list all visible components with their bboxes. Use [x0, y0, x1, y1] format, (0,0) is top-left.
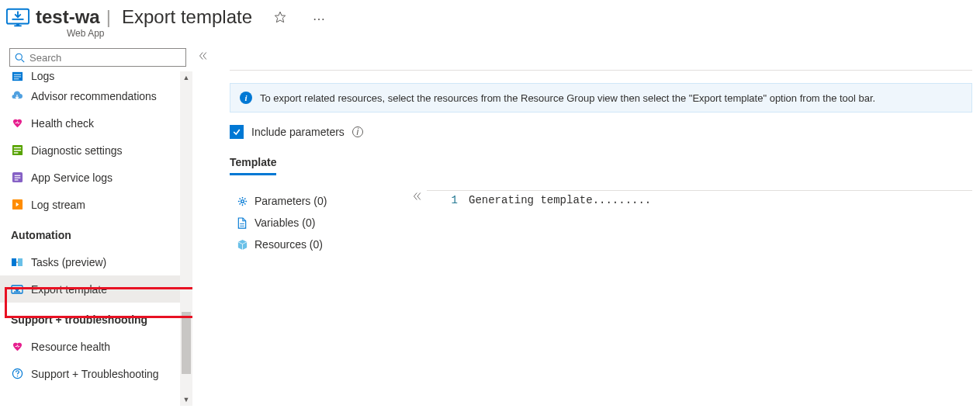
svg-rect-12	[13, 147, 20, 148]
svg-rect-8	[13, 74, 20, 74]
sidebar-item-export-template[interactable]: Export template	[0, 275, 180, 303]
svg-rect-20	[12, 258, 16, 266]
scroll-up-icon[interactable]: ▲	[180, 71, 192, 84]
tabs: Template	[230, 156, 972, 176]
code-editor[interactable]: 1 Generating template.........	[427, 190, 972, 409]
tasks-icon	[11, 256, 23, 268]
sidebar-item-label: Export template	[31, 283, 107, 296]
cube-icon	[236, 238, 248, 251]
sidebar-item-label: Log stream	[31, 199, 85, 211]
sidebar-item-label: Resource health	[31, 341, 110, 353]
sidebar: LogsAdvisor recommendationsHealth checkD…	[0, 43, 192, 409]
svg-rect-17	[14, 178, 20, 178]
include-parameters-checkbox[interactable]	[230, 125, 244, 139]
sidebar-item-label: Advisor recommendations	[31, 90, 157, 102]
include-parameters-label: Include parameters	[251, 126, 345, 138]
cloud-icon	[11, 90, 23, 102]
main-content: i To export related resources, select th…	[214, 43, 980, 409]
search-box[interactable]	[9, 48, 186, 67]
resource-type: Web App	[67, 28, 330, 39]
heart-icon	[11, 117, 23, 130]
collapse-tree-button[interactable]	[408, 190, 427, 409]
page-header: test-wa | Export template ⋯ Web App	[0, 0, 980, 43]
scrollbar[interactable]: ▲ ▼	[180, 71, 192, 406]
logs-icon	[11, 71, 23, 82]
svg-rect-9	[13, 76, 20, 77]
sidebar-item-resource-health[interactable]: Resource health	[0, 333, 180, 360]
svg-marker-4	[275, 12, 285, 22]
export-icon	[11, 283, 23, 296]
svg-rect-2	[16, 24, 19, 26]
svg-rect-14	[13, 152, 18, 153]
search-icon	[15, 53, 25, 63]
more-button[interactable]: ⋯	[308, 9, 330, 29]
sidebar-item-tasks-preview-[interactable]: Tasks (preview)	[0, 248, 180, 275]
tree-item-label: Resources (0)	[255, 238, 323, 251]
svg-rect-16	[14, 175, 20, 176]
scroll-down-icon[interactable]: ▼	[180, 393, 192, 406]
settings-icon	[11, 144, 23, 157]
tree-item-resources[interactable]: Resources (0)	[236, 234, 408, 255]
line-number: 1	[427, 191, 469, 409]
svg-rect-18	[14, 179, 18, 180]
sidebar-item-label: Support + Troubleshooting	[31, 368, 159, 380]
svg-line-6	[22, 59, 25, 62]
svg-point-26	[16, 376, 18, 377]
page-title: Export template	[122, 6, 252, 28]
svg-rect-10	[13, 78, 19, 79]
favorite-button[interactable]	[269, 8, 291, 29]
support-icon	[11, 368, 23, 380]
help-icon[interactable]: i	[352, 126, 363, 137]
tree-item-variables[interactable]: Variables (0)	[236, 212, 408, 234]
sidebar-item-label: App Service logs	[31, 171, 113, 184]
gear-icon	[236, 195, 248, 207]
sidebar-item-label: Logs	[31, 71, 54, 82]
tree-item-label: Parameters (0)	[255, 195, 327, 207]
collapse-sidebar-button[interactable]	[192, 43, 214, 409]
info-banner: i To export related resources, select th…	[230, 83, 972, 113]
sidebar-item-support-troubleshooting: Support + troubleshooting	[0, 306, 180, 333]
svg-rect-13	[13, 150, 20, 151]
sidebar-item-app-service-logs[interactable]: App Service logs	[0, 164, 180, 191]
code-line: Generating template.........	[469, 191, 651, 409]
tree-item-label: Variables (0)	[255, 216, 315, 229]
sidebar-item-automation: Automation	[0, 221, 180, 248]
file-icon	[236, 216, 248, 229]
title-separator: |	[106, 6, 111, 28]
sidebar-item-label: Tasks (preview)	[31, 256, 106, 268]
divider	[230, 70, 972, 71]
sidebar-item-health-check[interactable]: Health check	[0, 109, 180, 137]
sidebar-item-logs[interactable]: Logs	[0, 71, 180, 82]
sidebar-item-label: Support + troubleshooting	[11, 313, 147, 326]
tree-item-parameters[interactable]: Parameters (0)	[236, 190, 408, 212]
tab-template[interactable]: Template	[230, 156, 276, 175]
scroll-thumb[interactable]	[182, 312, 191, 374]
sidebar-item-label: Diagnostic settings	[31, 144, 123, 157]
sidebar-item-label: Health check	[31, 117, 94, 130]
sidebar-item-log-stream[interactable]: Log stream	[0, 191, 180, 218]
info-icon: i	[240, 92, 252, 104]
sidebar-item-label: Automation	[11, 229, 71, 241]
sidebar-item-support-troubleshooting[interactable]: Support + Troubleshooting	[0, 360, 180, 387]
sidebar-item-diagnostic-settings[interactable]: Diagnostic settings	[0, 137, 180, 164]
info-text: To export related resources, select the …	[260, 92, 875, 104]
app-logs-icon	[11, 171, 23, 184]
sidebar-menu: LogsAdvisor recommendationsHealth checkD…	[0, 71, 192, 387]
template-tree: Parameters (0)Variables (0)Resources (0)	[230, 190, 408, 409]
search-input[interactable]	[29, 52, 185, 64]
heart-icon	[11, 341, 23, 353]
webapp-icon	[5, 5, 31, 31]
svg-point-27	[241, 199, 244, 203]
sidebar-item-advisor-recommendations[interactable]: Advisor recommendations	[0, 82, 180, 109]
resource-name[interactable]: test-wa	[36, 7, 100, 27]
svg-rect-21	[18, 258, 23, 266]
svg-point-5	[16, 54, 22, 60]
stream-icon	[11, 199, 23, 211]
